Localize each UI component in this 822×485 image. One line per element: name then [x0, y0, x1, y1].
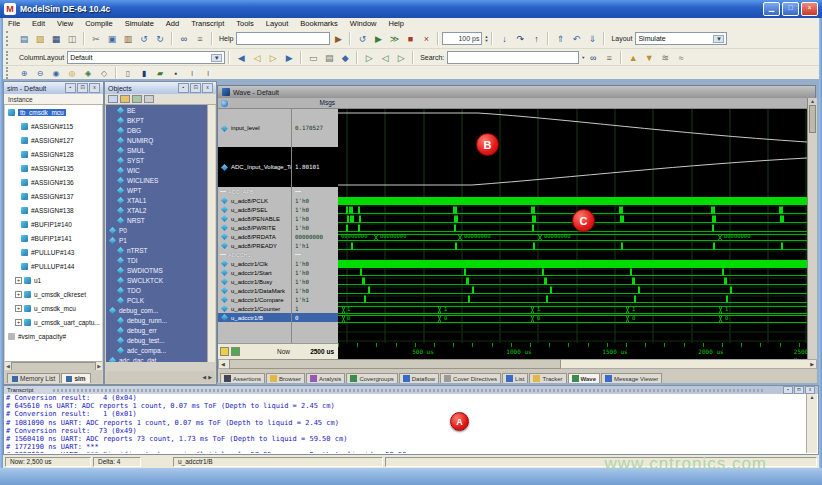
- zoom-last-icon[interactable]: ◇: [97, 68, 111, 79]
- wave-signal-row[interactable]: u_adcctr1/Start: [218, 268, 291, 277]
- wave-signal-row[interactable]: u_adcctr1/Clk: [218, 259, 291, 268]
- step-current-up-icon[interactable]: ⇑: [553, 32, 567, 45]
- restart-icon[interactable]: ↺: [355, 32, 369, 45]
- wave-tab[interactable]: Browser: [266, 373, 305, 383]
- zoom-out-icon[interactable]: ⊖: [33, 68, 47, 79]
- scroll-up-icon[interactable]: ▲: [807, 394, 817, 400]
- transcript-log[interactable]: # Conversion result: 4 (0x04)# 645610 ns…: [6, 394, 806, 453]
- scroll-left-icon[interactable]: ◀: [6, 363, 10, 369]
- object-item[interactable]: + XTAL2: [106, 205, 208, 215]
- grid-mode-icon[interactable]: ▭: [306, 51, 320, 64]
- step-out-icon[interactable]: ↑: [529, 32, 543, 45]
- instance-tree-item[interactable]: + #BUFIP1#141: [5, 231, 102, 245]
- wave-edge-prev-icon[interactable]: ◁: [250, 51, 264, 64]
- wave-toolbar-icon[interactable]: [221, 100, 228, 107]
- wave-tab[interactable]: Cover Directives: [440, 373, 501, 383]
- object-item[interactable]: + NRST: [106, 215, 208, 225]
- find-icon[interactable]: ∞: [177, 32, 191, 45]
- scroll-thumb[interactable]: [809, 105, 816, 133]
- panel-tab[interactable]: sim: [61, 373, 90, 383]
- object-item[interactable]: + debug_err: [106, 325, 208, 335]
- menu-item[interactable]: Simulate: [120, 19, 159, 28]
- wave-tab[interactable]: Dataflow: [399, 373, 439, 383]
- instance-tree-item[interactable]: + #PULLUP#144: [5, 259, 102, 273]
- help-search-input[interactable]: [236, 32, 330, 45]
- help-go-icon[interactable]: ▶: [331, 32, 345, 45]
- undo-icon[interactable]: ↺: [137, 32, 151, 45]
- expand-icon[interactable]: +: [15, 319, 22, 326]
- toolbar-grip[interactable]: [6, 67, 13, 78]
- chevron-down-icon[interactable]: ▼: [211, 54, 222, 62]
- leaf-cells-icon[interactable]: ▯: [121, 68, 135, 79]
- expand-icon[interactable]: +: [15, 305, 22, 312]
- chevron-down-icon[interactable]: ▼: [713, 35, 724, 43]
- object-item[interactable]: + SYST: [106, 155, 208, 165]
- object-item[interactable]: + BE: [106, 105, 208, 115]
- wave-tab[interactable]: Analysis: [306, 373, 345, 383]
- sim-hscrollbar[interactable]: ◀ ▶: [5, 361, 102, 370]
- expand-icon[interactable]: +: [15, 277, 22, 284]
- instance-tree-item[interactable]: + #ASSIGN#128: [5, 147, 102, 161]
- prev-transition-icon[interactable]: ◁: [378, 51, 392, 64]
- wave-signal-row[interactable]: ADC_Input_Voltage_ToF: [218, 147, 291, 187]
- scroll-left-icon[interactable]: ◀: [202, 374, 206, 380]
- expand-icon[interactable]: +: [15, 291, 22, 298]
- cursor-add-icon[interactable]: I: [185, 68, 199, 79]
- redo-icon[interactable]: ↻: [153, 32, 167, 45]
- menu-item[interactable]: Transcript: [186, 19, 229, 28]
- wave-vscrollbar[interactable]: ▲: [807, 98, 817, 359]
- expand-rows-icon[interactable]: ▤: [322, 51, 336, 64]
- instance-tree-item[interactable]: + u_cmsdk_mcu: [5, 301, 102, 315]
- objects-panel-header[interactable]: Objects ▪ ⊡ x: [105, 82, 216, 94]
- wave-signal-row[interactable]: u_adcctr1/Counter: [218, 304, 291, 313]
- object-item[interactable]: + P1: [106, 235, 208, 245]
- wave-signal-value[interactable]: 1.80101: [292, 147, 338, 187]
- scroll-right-icon[interactable]: ▶: [208, 374, 212, 380]
- wave-signal-value[interactable]: 1'h0: [292, 268, 338, 277]
- name-filter-icon[interactable]: [108, 95, 118, 103]
- object-item[interactable]: + XTAL1: [106, 195, 208, 205]
- wave-signal-value[interactable]: 1'h0: [292, 196, 338, 205]
- float-icon[interactable]: ⊡: [77, 83, 88, 93]
- transcript-header[interactable]: Transcript ▪ ⊡ x: [4, 386, 818, 394]
- object-item[interactable]: + SMUL: [106, 145, 208, 155]
- cut-icon[interactable]: ✂: [89, 32, 103, 45]
- search-input[interactable]: [447, 51, 579, 64]
- layout-combo[interactable]: Simulate ▼: [635, 32, 727, 45]
- menu-item[interactable]: Tools: [231, 19, 259, 28]
- wave-signal-value[interactable]: 1'h0: [292, 205, 338, 214]
- step-current-down-icon[interactable]: ⇓: [585, 32, 599, 45]
- scroll-thumb[interactable]: [229, 359, 561, 369]
- wave-signal-row[interactable]: u_adcctr1/Compare: [218, 295, 291, 304]
- instance-tree-item[interactable]: + u_cmsdk_clkreset: [5, 287, 102, 301]
- ungroup-icon[interactable]: ≈: [674, 51, 688, 64]
- wave-timeline[interactable]: 500 us 1000 us 1500 us 2000 us 2500 u: [338, 343, 807, 359]
- instance-tree-item[interactable]: + #ASSIGN#138: [5, 203, 102, 217]
- objects-vscrollbar[interactable]: [207, 105, 215, 362]
- copy-icon[interactable]: ▣: [105, 32, 119, 45]
- wave-tab[interactable]: Message Viewer: [601, 373, 662, 383]
- zoom-full-icon[interactable]: ◉: [49, 68, 63, 79]
- instance-tree-item[interactable]: + #ASSIGN#136: [5, 175, 102, 189]
- object-item[interactable]: + nTRST: [106, 245, 208, 255]
- wave-signal-value[interactable]: 1: [292, 304, 338, 313]
- transcript-vscrollbar[interactable]: ▲: [806, 394, 817, 453]
- wave-signal-value[interactable]: 00000000: [292, 232, 338, 241]
- object-item[interactable]: + adc_dac_dat...: [106, 355, 208, 362]
- wave-title-bar[interactable]: Wave - Default: [218, 86, 815, 98]
- wave-signal-row[interactable]: u_adc8/PCLK: [218, 196, 291, 205]
- wave-edge-next-icon[interactable]: ▷: [266, 51, 280, 64]
- object-item[interactable]: + P0: [106, 225, 208, 235]
- menu-item[interactable]: Edit: [27, 19, 50, 28]
- break-icon[interactable]: ■: [403, 32, 417, 45]
- wave-signal-row[interactable]: u_adc8/PREADY: [218, 241, 291, 250]
- object-item[interactable]: + PCLK: [106, 295, 208, 305]
- view-filter-icon[interactable]: [132, 95, 142, 103]
- wave-signal-value[interactable]: 1'h0: [292, 223, 338, 232]
- search-options-icon[interactable]: ≡: [602, 51, 616, 64]
- new-file-icon[interactable]: ▤: [17, 32, 31, 45]
- add-cursor-icon[interactable]: [231, 347, 240, 356]
- search-prev-icon[interactable]: ∞: [586, 51, 600, 64]
- toolbar-grip[interactable]: [6, 31, 13, 46]
- object-item[interactable]: + BKPT: [106, 115, 208, 125]
